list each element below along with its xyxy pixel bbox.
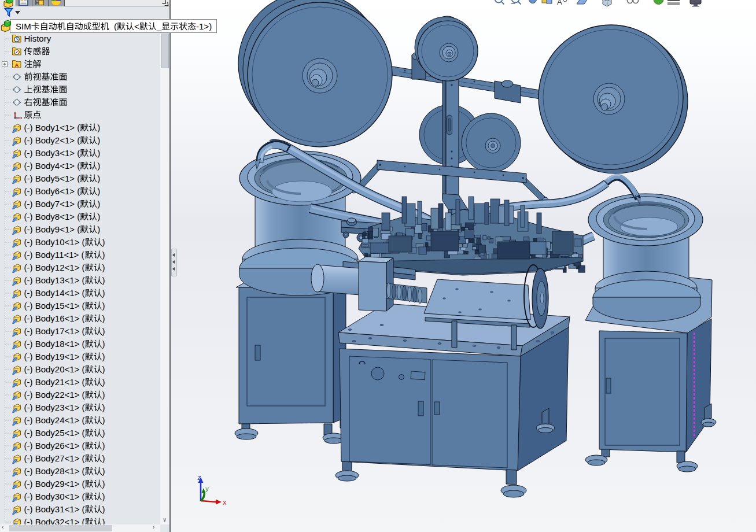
svg-text:A: A	[557, 0, 562, 6]
svg-text:): )	[102, 466, 105, 476]
svg-text:(-) Body30<1> (: (-) Body30<1> (	[24, 492, 85, 501]
svg-text:(-) Body8<1> (: (-) Body8<1> (	[24, 212, 80, 221]
svg-text:): )	[102, 288, 105, 298]
svg-text:): )	[102, 250, 105, 260]
svg-text:(-) Body27<1> (: (-) Body27<1> (	[24, 453, 85, 463]
svg-text:(-) Body12<1> (: (-) Body12<1> (	[24, 263, 85, 272]
svg-text:(-) Body20<1> (: (-) Body20<1> (	[24, 364, 85, 374]
svg-text:): )	[102, 313, 105, 323]
svg-text:): )	[97, 173, 100, 183]
svg-text:(-) Body1<1> (: (-) Body1<1> (	[24, 123, 80, 132]
svg-text:(-) Body15<1> (: (-) Body15<1> (	[24, 301, 85, 311]
svg-text:(-) Body2<1> (: (-) Body2<1> (	[24, 135, 80, 145]
svg-text:): )	[102, 364, 105, 374]
svg-text:): )	[102, 441, 105, 450]
svg-text:): )	[102, 492, 105, 501]
svg-text:A: A	[15, 62, 19, 68]
svg-text:): )	[97, 224, 100, 234]
svg-text:): )	[102, 390, 105, 400]
svg-text:): )	[102, 402, 105, 412]
svg-text:): )	[97, 123, 100, 132]
svg-text:): )	[102, 479, 105, 489]
svg-text:): )	[102, 415, 105, 425]
svg-text:): )	[102, 339, 105, 349]
svg-text:(-) Body17<1> (: (-) Body17<1> (	[24, 326, 85, 336]
svg-text:(-) Body31<1> (: (-) Body31<1> (	[24, 504, 85, 514]
svg-text:(-) Body16<1> (: (-) Body16<1> (	[24, 313, 85, 323]
svg-text:): )	[97, 186, 100, 196]
svg-text:(-) Body26<1> (: (-) Body26<1> (	[24, 441, 85, 450]
svg-text:): )	[102, 326, 105, 336]
svg-text:(-) Body18<1> (: (-) Body18<1> (	[24, 339, 85, 349]
svg-text:X: X	[223, 500, 227, 507]
svg-text:(-) Body11<1> (: (-) Body11<1> (	[24, 250, 84, 260]
svg-text:): )	[97, 212, 100, 221]
svg-text:(-) Body21<1> (: (-) Body21<1> (	[24, 377, 85, 387]
svg-text:): )	[102, 263, 105, 272]
svg-text:_: _	[156, 21, 162, 31]
svg-text:): )	[102, 453, 105, 463]
svg-text:-1>): -1>)	[196, 21, 212, 31]
svg-text:(-) Body23<1> (: (-) Body23<1> (	[24, 402, 85, 412]
svg-text:): )	[102, 237, 105, 247]
svg-text:(-) Body25<1> (: (-) Body25<1> (	[24, 428, 85, 438]
svg-text:): )	[102, 377, 105, 387]
svg-text:History: History	[24, 34, 51, 43]
svg-text:): )	[102, 275, 105, 285]
svg-text:): )	[97, 135, 100, 145]
svg-text:(-) Body14<1> (: (-) Body14<1> (	[24, 288, 85, 298]
svg-text:): )	[102, 428, 105, 438]
svg-text:): )	[97, 148, 100, 158]
svg-text:): )	[97, 161, 100, 171]
svg-text:(-) Body22<1> (: (-) Body22<1> (	[24, 390, 85, 400]
svg-text:(-) Body10<1> (: (-) Body10<1> (	[24, 237, 85, 247]
svg-text:(-) Body24<1> (: (-) Body24<1> (	[24, 415, 85, 425]
svg-text:): )	[102, 301, 105, 311]
svg-text:(-) Body9<1> (: (-) Body9<1> (	[24, 224, 80, 234]
svg-text:(: (	[109, 21, 117, 31]
svg-text:(-) Body7<1> (: (-) Body7<1> (	[24, 199, 80, 209]
svg-text:(-) Body5<1> (: (-) Body5<1> (	[24, 173, 80, 183]
svg-text:(-) Body6<1> (: (-) Body6<1> (	[24, 186, 80, 196]
svg-text:(-) Body28<1> (: (-) Body28<1> (	[24, 466, 85, 476]
svg-text:<: <	[134, 21, 139, 31]
svg-text:(-) Body13<1> (: (-) Body13<1> (	[24, 275, 85, 285]
svg-text:(-) Body3<1> (: (-) Body3<1> (	[24, 148, 80, 158]
svg-text:): )	[102, 352, 105, 361]
svg-text:): )	[102, 504, 105, 514]
svg-text:(-) Body29<1> (: (-) Body29<1> (	[24, 479, 85, 489]
svg-text:SIM: SIM	[16, 21, 31, 31]
svg-text:(-) Body19<1> (: (-) Body19<1> (	[24, 352, 85, 361]
svg-text:(-) Body4<1> (: (-) Body4<1> (	[24, 161, 80, 171]
svg-text:): )	[97, 199, 100, 209]
